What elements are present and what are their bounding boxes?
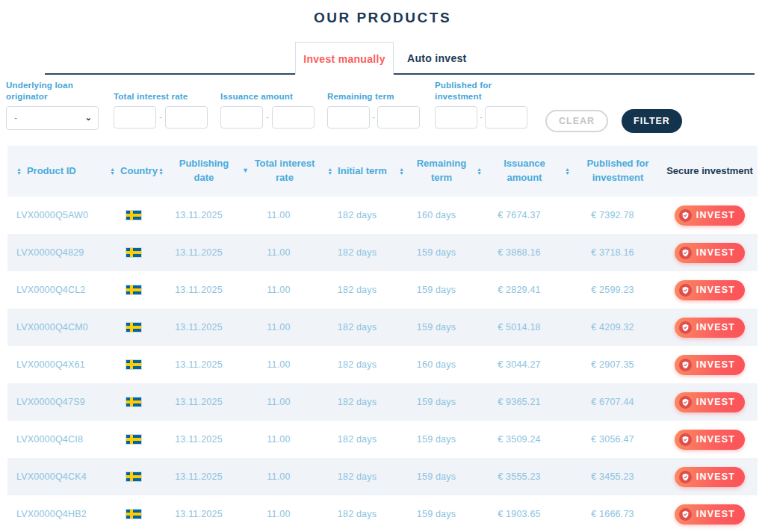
remaining-term-label: Remaining term: [327, 79, 420, 106]
header-country[interactable]: ▲▼ Country: [111, 160, 157, 183]
cell-publishing-date: 13.11.2025: [157, 397, 241, 407]
table-row: LVX0000Q4CM0 13.11.2025 11.00 182 days 1…: [7, 309, 758, 346]
shield-check-icon: [679, 396, 692, 409]
header-label: Initial term: [338, 164, 387, 179]
header-published-for-investment[interactable]: ▲▼ Published for investment: [563, 152, 662, 190]
cell-remaining-term: 159 days: [397, 509, 475, 519]
published-min-input[interactable]: [435, 106, 477, 129]
published-for-investment-label: Published for investment: [435, 79, 527, 106]
issuance-amount-max-input[interactable]: [272, 106, 315, 129]
invest-button[interactable]: INVEST: [675, 467, 745, 487]
interest-rate-min-input[interactable]: [114, 106, 156, 129]
shield-check-icon: [679, 508, 692, 521]
interest-rate-max-input[interactable]: [165, 106, 208, 129]
tab-invest-manually[interactable]: Invest manually: [295, 42, 394, 75]
filter-published-for-investment: Published for investment -: [435, 79, 527, 129]
cell-initial-term: 182 days: [317, 285, 397, 295]
cell-remaining-term: 159 days: [397, 397, 475, 407]
header-total-interest-rate[interactable]: ▼ Total interest rate: [241, 152, 317, 190]
filter-button[interactable]: FILTER: [622, 109, 682, 133]
cell-issuance-amount: € 5014.18: [475, 322, 563, 332]
sweden-flag-icon: [126, 471, 142, 482]
header-label: Remaining term: [409, 157, 474, 185]
invest-button[interactable]: INVEST: [675, 392, 745, 412]
sort-icon: ▲▼: [477, 167, 482, 175]
header-issuance-amount[interactable]: ▲▼ Issuance amount: [475, 152, 563, 190]
cell-initial-term: 182 days: [317, 397, 397, 407]
invest-button[interactable]: INVEST: [675, 430, 745, 450]
invest-button[interactable]: INVEST: [675, 205, 745, 226]
table-row: LVX0000Q47S9 13.11.2025 11.00 182 days 1…: [7, 383, 758, 421]
cell-publishing-date: 13.11.2025: [157, 509, 241, 519]
cell-publishing-date: 13.11.2025: [157, 434, 241, 445]
originator-select[interactable]: -: [6, 106, 99, 130]
issuance-amount-min-input[interactable]: [220, 106, 263, 129]
cell-issuance-amount: € 3509.24: [475, 434, 563, 445]
invest-button[interactable]: INVEST: [675, 355, 745, 375]
cell-invest: INVEST: [662, 243, 758, 263]
header-label: Publishing date: [169, 157, 239, 185]
header-publishing-date[interactable]: ▲▼ Publishing date: [157, 152, 241, 190]
cell-invest: INVEST: [662, 318, 758, 338]
cell-product-id: LVX0000Q4CM0: [7, 322, 111, 332]
cell-invest: INVEST: [662, 355, 758, 375]
remaining-term-min-input[interactable]: [327, 106, 370, 129]
originator-label: Underlying loan originator: [6, 79, 99, 106]
cell-invest: INVEST: [662, 430, 758, 450]
table-row: LVX0000Q4CK4 13.11.2025 11.00 182 days 1…: [7, 458, 758, 495]
cell-initial-term: 182 days: [317, 471, 397, 482]
header-initial-term[interactable]: ▲▼ Initial term: [317, 160, 397, 183]
sort-icon: ▲▼: [110, 167, 115, 175]
cell-published-for-investment: € 6707.44: [563, 397, 662, 407]
invest-button-label: INVEST: [696, 397, 735, 407]
invest-button[interactable]: INVEST: [675, 243, 745, 263]
filter-issuance-amount: Issuance amount -: [220, 79, 315, 129]
table-header-row: ▲▼ Product ID ▲▼ Country ▲▼ Publishing d…: [7, 146, 758, 197]
cell-publishing-date: 13.11.2025: [157, 247, 241, 258]
cell-issuance-amount: € 3555.23: [475, 471, 563, 482]
clear-button[interactable]: CLEAR: [545, 110, 608, 132]
page-title: OUR PRODUCTS: [0, 0, 765, 26]
sort-icon: ▲▼: [565, 167, 570, 175]
published-max-input[interactable]: [485, 106, 527, 129]
table-row: LVX0000Q4CI8 13.11.2025 11.00 182 days 1…: [7, 421, 758, 458]
cell-product-id: LVX0000Q4HB2: [7, 509, 111, 519]
header-product-id[interactable]: ▲▼ Product ID: [7, 160, 111, 183]
header-label: Total interest rate: [254, 157, 315, 185]
tab-auto-invest[interactable]: Auto invest: [407, 42, 467, 75]
invest-button[interactable]: INVEST: [675, 318, 745, 338]
header-label: Secure investment: [666, 164, 753, 179]
cell-publishing-date: 13.11.2025: [157, 359, 241, 370]
cell-product-id: LVX0000Q4CK4: [7, 471, 111, 482]
invest-button[interactable]: INVEST: [675, 504, 745, 525]
cell-initial-term: 182 days: [317, 509, 397, 519]
sweden-flag-icon: [126, 359, 142, 370]
header-label: Published for investment: [575, 157, 660, 185]
filter-total-interest-rate: Total interest rate -: [114, 79, 208, 129]
cell-country: [111, 285, 157, 296]
invest-button[interactable]: INVEST: [675, 280, 745, 300]
cell-product-id: LVX0000Q47S9: [7, 397, 111, 407]
cell-remaining-term: 159 days: [397, 322, 475, 332]
cell-invest: INVEST: [662, 467, 758, 487]
cell-initial-term: 182 days: [317, 359, 397, 370]
table-row: LVX0000Q4CL2 13.11.2025 11.00 182 days 1…: [7, 271, 758, 309]
shield-check-icon: [679, 284, 692, 297]
remaining-term-max-input[interactable]: [377, 106, 420, 129]
invest-button-label: INVEST: [696, 509, 735, 519]
cell-total-interest-rate: 11.00: [241, 285, 317, 295]
sort-icon: ▲▼: [16, 167, 22, 175]
header-remaining-term[interactable]: ▲▼ Remaining term: [397, 152, 475, 190]
cell-country: [111, 471, 157, 483]
cell-issuance-amount: € 3044.27: [475, 359, 563, 370]
sort-desc-icon: ▼: [242, 166, 249, 176]
sort-icon: ▲▼: [399, 167, 404, 175]
cell-initial-term: 182 days: [317, 247, 397, 258]
shield-check-icon: [679, 321, 692, 334]
cell-product-id: LVX0000Q4X61: [7, 359, 111, 370]
issuance-amount-label: Issuance amount: [220, 79, 315, 106]
filter-actions: CLEAR FILTER: [545, 109, 682, 133]
sort-icon: ▲▼: [158, 167, 164, 175]
table-row: LVX0000Q5AW0 13.11.2025 11.00 182 days 1…: [7, 197, 758, 234]
cell-published-for-investment: € 1666.73: [563, 509, 662, 519]
